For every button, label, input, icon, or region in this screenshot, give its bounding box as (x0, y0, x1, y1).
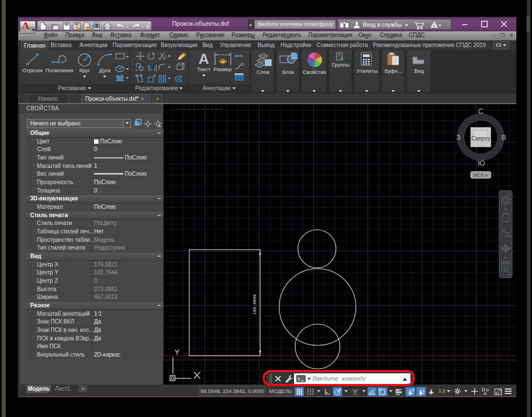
svg-text:Сверху: Сверху (472, 135, 490, 142)
svg-text:Вход в службы: Вход в службы (363, 22, 402, 28)
svg-text:С: С (478, 107, 483, 115)
svg-text:В: В (501, 133, 506, 142)
svg-text:З: З (456, 133, 461, 142)
svg-text:Ю: Ю (478, 159, 485, 167)
svg-text:100.0000: 100.0000 (253, 294, 257, 315)
